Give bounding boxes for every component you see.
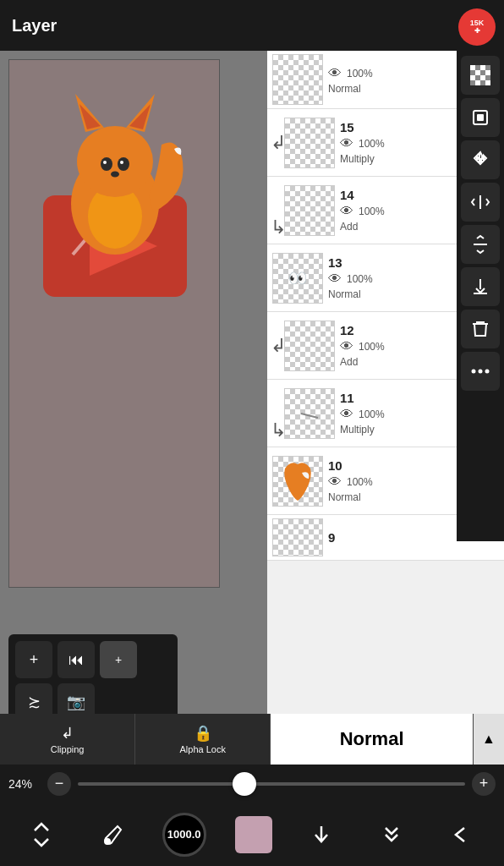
svg-point-36: [485, 370, 490, 374]
svg-rect-24: [470, 75, 475, 80]
alpha-lock-button[interactable]: 🔒 Alpha Lock: [135, 714, 271, 765]
svg-point-35: [479, 370, 483, 374]
layer-opacity: 100%: [347, 273, 373, 285]
double-down-button[interactable]: [371, 814, 412, 855]
scroll-up-button[interactable]: ▲: [474, 714, 504, 765]
svg-rect-17: [475, 65, 480, 70]
move-button[interactable]: [461, 140, 500, 179]
clipping-button[interactable]: ↲ Clipping: [0, 714, 135, 765]
visibility-icon[interactable]: 👁: [340, 204, 353, 219]
svg-rect-22: [480, 70, 485, 75]
layer-thumbnail: [284, 388, 335, 439]
svg-point-11: [118, 157, 129, 171]
svg-line-15: [301, 414, 318, 418]
svg-rect-33: [477, 114, 484, 121]
svg-rect-18: [480, 65, 485, 70]
svg-rect-30: [480, 80, 485, 85]
slider-minus-button[interactable]: −: [47, 772, 71, 796]
bottom-nav: 1000.0: [0, 803, 504, 866]
brush-size-value: 1000.0: [167, 828, 201, 841]
header: Layer 15K ✚: [0, 0, 504, 51]
svg-point-14: [111, 172, 119, 178]
svg-rect-27: [485, 75, 490, 80]
brush-size-display: 1000.0: [162, 813, 206, 857]
clipping-label: Clipping: [51, 744, 85, 754]
layer-opacity: 100%: [347, 68, 373, 79]
alpha-lock-label: Alpha Lock: [179, 744, 225, 754]
layer-thumbnail: [284, 185, 335, 236]
blend-mode-button[interactable]: Normal: [271, 714, 474, 765]
layer-thumbnail: [272, 54, 323, 105]
import-button[interactable]: [461, 267, 500, 306]
brush-tool-button[interactable]: [92, 814, 133, 855]
layer-thumbnail: [272, 518, 323, 556]
svg-rect-21: [475, 70, 480, 75]
svg-rect-26: [480, 75, 485, 80]
page-title: Layer: [12, 16, 57, 36]
clipping-icon: ↲: [61, 724, 74, 743]
delete-layer-button[interactable]: [461, 310, 500, 348]
visibility-icon[interactable]: 👁: [328, 66, 342, 81]
layer-opacity: 100%: [347, 476, 373, 488]
down-arrow-button[interactable]: [301, 814, 342, 855]
badge-15k: 15K ✚: [458, 8, 496, 46]
swap-icon-button[interactable]: [23, 814, 63, 855]
layer-opacity: 100%: [359, 206, 385, 217]
visibility-icon[interactable]: 👁: [340, 136, 353, 151]
checkerboard-button[interactable]: [461, 56, 500, 95]
svg-point-10: [101, 157, 112, 171]
flip-button[interactable]: ⏮: [58, 641, 95, 678]
flip-vertical-button[interactable]: [461, 225, 500, 264]
layer-opacity: 100%: [359, 138, 385, 150]
visibility-icon[interactable]: 👁: [328, 474, 342, 490]
svg-rect-29: [475, 80, 480, 85]
color-swatch[interactable]: [235, 816, 272, 853]
slider-thumb[interactable]: [233, 772, 256, 796]
svg-point-12: [103, 161, 107, 164]
layer-thumbnail: 👀: [272, 253, 323, 304]
slider-plus-button[interactable]: +: [472, 772, 496, 796]
blend-mode-label: Normal: [340, 728, 404, 750]
layer-opacity: 100%: [359, 341, 385, 353]
svg-rect-28: [470, 80, 475, 85]
flip-horizontal-button[interactable]: [461, 183, 500, 222]
layer-thumbnail: [284, 118, 335, 168]
canvas-preview[interactable]: [8, 59, 220, 588]
svg-rect-16: [470, 65, 475, 70]
svg-rect-19: [485, 65, 490, 70]
back-button[interactable]: [441, 814, 481, 855]
alpha-lock-icon: 🔒: [194, 724, 212, 743]
more-options-button[interactable]: [461, 352, 500, 391]
slider-track[interactable]: [78, 782, 465, 786]
slider-value: 24%: [8, 777, 41, 791]
svg-rect-20: [470, 70, 475, 75]
layer-thumbnail: [284, 321, 335, 371]
svg-rect-25: [475, 75, 480, 80]
bottom-action-bar: ↲ Clipping 🔒 Alpha Lock Normal ▲: [0, 714, 504, 765]
plus-small-button[interactable]: +: [100, 641, 137, 678]
svg-point-34: [472, 370, 476, 374]
visibility-icon[interactable]: 👁: [340, 407, 353, 422]
visibility-icon[interactable]: 👁: [328, 271, 342, 287]
layer-thumbnail: [272, 456, 323, 507]
visibility-icon[interactable]: 👁: [340, 339, 353, 354]
layer-opacity: 100%: [359, 408, 385, 420]
fox-illustration: [26, 85, 204, 305]
transform-selection-button[interactable]: [461, 98, 500, 137]
svg-rect-23: [485, 70, 490, 75]
svg-point-13: [120, 161, 123, 164]
svg-point-5: [77, 126, 153, 197]
add-layer-button[interactable]: +: [15, 641, 52, 678]
slider-bar: 24% − +: [0, 765, 504, 803]
right-tools-panel: [457, 51, 504, 541]
svg-point-37: [105, 839, 110, 844]
svg-rect-31: [485, 80, 490, 85]
